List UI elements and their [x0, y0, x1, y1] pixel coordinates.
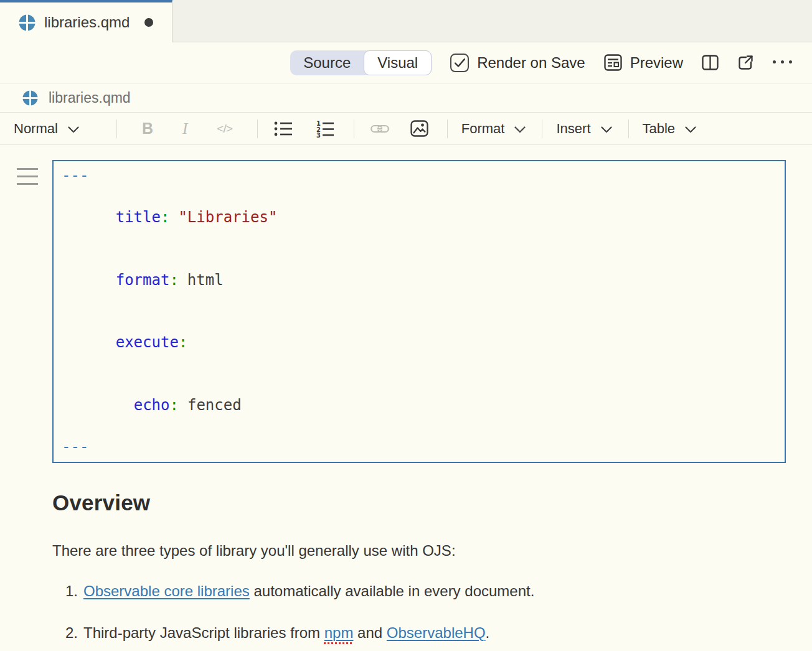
toolbar-separator	[542, 119, 542, 138]
observable-core-libraries-link[interactable]: Observable core libraries	[83, 583, 250, 599]
list-item-text: Third-party JavaScript libraries from	[83, 624, 324, 641]
render-on-save-checkbox[interactable]	[450, 54, 469, 72]
yaml-delimiter: ---	[62, 438, 88, 456]
list-number: 2.	[65, 624, 83, 642]
toolbar-separator	[116, 119, 117, 138]
yaml-colon: :	[170, 396, 179, 414]
source-visual-toggle: Source Visual	[290, 50, 432, 75]
quarto-icon	[22, 90, 38, 106]
quarto-icon	[19, 14, 35, 31]
open-in-new-window-button[interactable]	[737, 54, 754, 71]
list-item-text: automatically available in every documen…	[250, 583, 535, 599]
table-menu-label: Table	[643, 121, 676, 137]
insert-menu[interactable]: Insert	[556, 121, 611, 137]
file-path: libraries.qmd	[49, 90, 131, 106]
intro-paragraph: There are three types of library you'll …	[52, 541, 786, 560]
tab-strip-empty	[172, 0, 812, 42]
paragraph-style-label: Normal	[14, 121, 58, 137]
tab-bar: libraries.qmd	[0, 0, 812, 42]
observablehq-link[interactable]: ObservableHQ	[387, 624, 486, 641]
editor-toolbar: Source Visual Render on Save Preview	[0, 42, 812, 83]
format-toolbar: Normal B I </> 1 2 3	[0, 113, 812, 145]
visual-editor-canvas[interactable]: --- title:"Libraries" format:html execut…	[0, 145, 812, 651]
link-button[interactable]	[371, 123, 389, 134]
svg-text:3: 3	[316, 132, 321, 138]
split-panes-button[interactable]	[702, 54, 719, 71]
more-options-button[interactable]	[773, 60, 792, 65]
modified-indicator-icon	[144, 18, 153, 27]
numbered-list-button[interactable]: 1 2 3	[316, 120, 335, 138]
render-on-save-group: Render on Save	[450, 54, 585, 72]
toolbar-separator	[628, 119, 629, 138]
bold-button[interactable]: B	[142, 119, 153, 138]
library-types-list: 1.Observable core libraries automaticall…	[52, 582, 786, 651]
yaml-delimiter: ---	[62, 167, 88, 184]
preview-icon	[604, 54, 622, 71]
source-mode-button[interactable]: Source	[290, 50, 364, 75]
yaml-colon: :	[179, 334, 187, 351]
toolbar-separator	[447, 119, 448, 138]
paragraph-style-dropdown[interactable]: Normal	[14, 121, 79, 137]
preview-button[interactable]: Preview	[604, 54, 683, 72]
yaml-key: format	[116, 271, 170, 289]
table-menu[interactable]: Table	[643, 121, 697, 137]
npm-link[interactable]: npm	[324, 624, 354, 641]
yaml-value: fenced	[187, 396, 242, 414]
yaml-front-matter-block[interactable]: --- title:"Libraries" format:html execut…	[52, 160, 786, 463]
code-button[interactable]: </>	[217, 122, 232, 136]
yaml-colon: :	[169, 271, 178, 289]
npm-link-text: npm	[324, 624, 354, 641]
chevron-down-icon	[601, 126, 612, 133]
format-menu[interactable]: Format	[461, 121, 526, 137]
list-item-text: and	[353, 624, 386, 641]
preview-label: Preview	[630, 54, 683, 72]
chevron-down-icon	[514, 126, 526, 133]
render-on-save-label: Render on Save	[477, 54, 585, 72]
list-item: 1.Observable core libraries automaticall…	[52, 582, 786, 601]
toolbar-separator	[257, 119, 258, 138]
list-item-text: .	[486, 624, 490, 641]
bullet-list-button[interactable]	[274, 121, 293, 137]
block-drag-handle-icon[interactable]	[17, 168, 38, 190]
tab-title: libraries.qmd	[44, 14, 130, 31]
tab-libraries-qmd[interactable]: libraries.qmd	[0, 0, 172, 42]
list-item: 2.Third-party JavaScript libraries from …	[52, 624, 786, 642]
format-menu-label: Format	[461, 121, 505, 137]
file-path-bar: libraries.qmd	[0, 83, 812, 113]
chevron-down-icon	[685, 126, 696, 133]
list-number: 1.	[65, 582, 83, 601]
insert-menu-label: Insert	[556, 121, 590, 137]
chevron-down-icon	[68, 126, 79, 133]
heading-overview: Overview	[52, 490, 786, 515]
yaml-colon: :	[161, 208, 169, 226]
image-button[interactable]	[410, 120, 428, 137]
yaml-string-value: "Libraries"	[178, 208, 277, 226]
yaml-key: execute	[116, 334, 179, 351]
toolbar-separator	[354, 119, 354, 138]
yaml-key: echo	[134, 396, 170, 414]
yaml-key: title	[116, 208, 161, 226]
visual-mode-button[interactable]: Visual	[364, 50, 432, 75]
italic-button[interactable]: I	[182, 120, 187, 138]
yaml-value: html	[187, 271, 224, 289]
